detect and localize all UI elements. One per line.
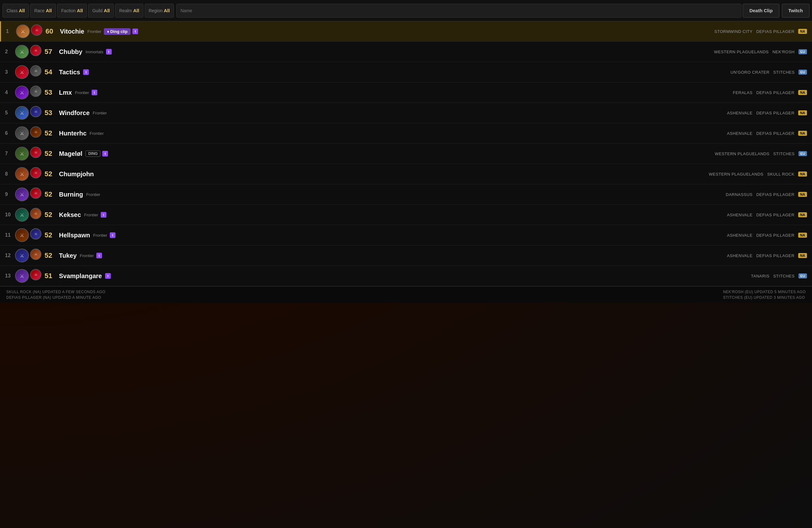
player-name[interactable]: Tactics [59,69,80,76]
rank-number: 4 [5,90,15,95]
region-badge: NA [798,192,807,197]
table-row[interactable]: 2 ⚔ ☠ 57 Chubby Immortals t WESTERN PLAG… [0,42,812,62]
region-badge: EU [798,151,807,156]
leaderboard: 1 ⚔ ☠ 60 Vitochie Frontier ♦ Ding clipt … [0,21,812,286]
server-label: DEFIAS PILLAGER [756,111,795,115]
server-label: DEFIAS PILLAGER [756,253,795,258]
server-status-text: UPDATED A MINUTE AGO [53,295,101,300]
server-status-server: NEK'ROSH (EU) [723,290,753,294]
race-avatar: ☠ [30,167,41,178]
region-badge: NA [798,233,807,238]
region-badge: NA [798,90,807,95]
table-row[interactable]: 13 ⚔ ☠ 51 Svamplangare t TANARIS STITCHE… [0,266,812,286]
player-name[interactable]: Mageløl [59,150,82,157]
row-right-info: FERALAS DEFIAS PILLAGER NA [733,90,807,95]
row-right-info: TANARIS STITCHES EU [751,273,807,278]
player-name[interactable]: Svamplangare [59,272,102,280]
class-avatar: ⚔ [15,167,29,181]
player-name[interactable]: Vitochie [60,28,84,35]
server-status-text: UPDATED 5 MINUTES AGO [754,290,806,294]
class-avatar: ⚔ [15,187,29,201]
table-row[interactable]: 4 ⚔ ☠ 53 Lmx Frontier t FERALAS DEFIAS P… [0,82,812,103]
class-avatar: ⚔ [15,106,29,120]
player-name[interactable]: Lmx [59,89,72,96]
rank-number: 12 [5,253,15,258]
server-label: DEFIAS PILLAGER [756,131,795,136]
level-number: 60 [45,27,57,35]
name-search-input[interactable] [176,4,741,18]
server-status-server: STITCHES (EU) [723,295,752,300]
avatar-group: ⚔ ☠ [15,167,41,181]
table-row[interactable]: 9 ⚔ ☠ 52 Burning Frontier DARNASSUS DEFI… [0,184,812,205]
table-row[interactable]: 8 ⚔ ☠ 52 Chumpjohn WESTERN PLAGUELANDS S… [0,164,812,184]
race-avatar: ☠ [30,65,41,76]
player-name[interactable]: Tukey [59,252,76,259]
level-number: 52 [45,129,56,137]
filter-class-button[interactable]: Class All [2,4,29,18]
table-row[interactable]: 3 ⚔ ☠ 54 Tactics t UN'GORO CRATER STITCH… [0,62,812,82]
region-badge: NA [798,131,807,136]
filter-race-button[interactable]: Race All [30,4,56,18]
twitch-icon: t [96,253,102,258]
table-row[interactable]: 1 ⚔ ☠ 60 Vitochie Frontier ♦ Ding clipt … [0,21,812,42]
level-number: 52 [45,252,56,260]
footer-bar: SKULL ROCK (NA) UPDATED A FEW SECONDS AG… [0,286,812,303]
avatar-group: ⚔ ☠ [15,248,41,262]
avatar-group: ⚔ ☠ [15,147,41,161]
table-row[interactable]: 6 ⚔ ☠ 52 Hunterhc Frontier ASHENVALE DEF… [0,123,812,144]
player-name[interactable]: Keksec [59,211,81,218]
filter-faction-button[interactable]: Faction All [57,4,87,18]
player-name[interactable]: Burning [59,191,83,198]
table-row[interactable]: 11 ⚔ ☠ 52 Hellspawn Frontier t ASHENVALE… [0,225,812,245]
row-right-info: ASHENVALE DEFIAS PILLAGER NA [727,110,807,115]
row-right-info: DARNASSUS DEFIAS PILLAGER NA [726,192,807,197]
footer-item: DEFIAS PILLAGER (NA) UPDATED A MINUTE AG… [6,295,105,300]
class-avatar: ⚔ [15,86,29,100]
server-label: DEFIAS PILLAGER [756,90,795,95]
filter-realm-button[interactable]: Realm All [115,4,143,18]
guild-label: Frontier [84,213,98,217]
zone-label: ASHENVALE [727,111,753,115]
class-avatar: ⚔ [15,147,29,161]
table-row[interactable]: 12 ⚔ ☠ 52 Tukey Frontier t ASHENVALE DEF… [0,245,812,266]
level-number: 51 [45,272,56,280]
race-avatar: ☠ [30,106,41,117]
server-label: DEFIAS PILLAGER [756,29,795,34]
rank-number: 1 [6,29,16,34]
footer-item: NEK'ROSH (EU) UPDATED 5 MINUTES AGO [723,290,806,294]
level-number: 54 [45,68,56,76]
twitch-icon: t [106,49,112,55]
region-badge: NA [798,29,807,34]
guild-label: Frontier [86,192,100,197]
class-avatar: ⚔ [15,228,29,242]
footer-left: SKULL ROCK (NA) UPDATED A FEW SECONDS AG… [6,290,105,300]
level-number: 52 [45,170,56,178]
table-row[interactable]: 10 ⚔ ☠ 52 Keksec Frontier t ASHENVALE DE… [0,205,812,225]
race-avatar: ☠ [30,248,41,260]
player-name[interactable]: Windforce [59,109,90,117]
level-number: 53 [45,88,56,96]
rank-number: 6 [5,131,15,136]
death-clip-button[interactable]: Death Clip [743,4,779,18]
filter-region-button[interactable]: Region All [145,4,174,18]
player-name[interactable]: Hellspawn [59,232,90,239]
footer-right: NEK'ROSH (EU) UPDATED 5 MINUTES AGOSTITC… [723,290,806,300]
region-badge: EU [798,70,807,75]
server-status-text: UPDATED A FEW SECONDS AGO [42,290,105,294]
zone-label: ASHENVALE [727,131,753,136]
region-badge: NA [798,253,807,258]
server-label: DEFIAS PILLAGER [756,192,795,197]
player-name[interactable]: Chubby [59,48,82,56]
row-right-info: UN'GORO CRATER STITCHES EU [730,70,807,75]
filter-guild-button[interactable]: Guild All [88,4,114,18]
player-name[interactable]: Hunterhc [59,130,87,137]
twitch-button[interactable]: Twitch [782,4,810,18]
table-row[interactable]: 7 ⚔ ☠ 52 Mageløl DINGt WESTERN PLAGUELAN… [0,144,812,164]
class-avatar: ⚔ [16,25,30,38]
table-row[interactable]: 5 ⚔ ☠ 53 Windforce Frontier ASHENVALE DE… [0,103,812,123]
race-avatar: ☠ [31,25,42,36]
race-avatar: ☠ [30,208,41,219]
zone-label: ASHENVALE [727,253,753,258]
player-name[interactable]: Chumpjohn [59,170,94,178]
row-right-info: WESTERN PLAGUELANDS NEK'ROSH EU [714,49,807,54]
